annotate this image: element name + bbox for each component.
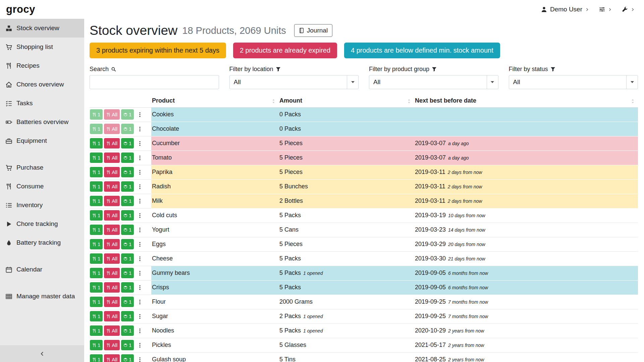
search-input[interactable] <box>90 75 219 89</box>
consume-one-button[interactable]: 1 <box>90 282 103 293</box>
sidebar-item-manage-master-data[interactable]: Manage master data <box>0 287 84 306</box>
consume-all-button[interactable]: All <box>104 124 120 134</box>
consume-one-button[interactable]: 1 <box>90 167 103 177</box>
row-menu-button[interactable] <box>137 285 143 290</box>
sidebar-item-consume[interactable]: Consume <box>0 177 84 196</box>
consume-one-button[interactable]: 1 <box>90 297 103 307</box>
row-menu-button[interactable] <box>137 112 143 117</box>
consume-all-button[interactable]: All <box>104 297 120 307</box>
sort-icon[interactable] <box>407 99 412 104</box>
consume-one-button[interactable]: 1 <box>90 340 103 350</box>
consume-one-button[interactable]: 1 <box>90 181 103 192</box>
open-one-button[interactable]: 1 <box>121 282 134 293</box>
product-group-filter-select[interactable]: All <box>369 75 498 89</box>
open-one-button[interactable]: 1 <box>121 268 134 278</box>
row-menu-button[interactable] <box>137 184 143 189</box>
sidebar-collapse-button[interactable] <box>0 345 84 362</box>
consume-all-button[interactable]: All <box>104 325 120 336</box>
sidebar-item-batteries-overview[interactable]: Batteries overview <box>0 113 84 131</box>
consume-all-button[interactable]: All <box>104 282 120 293</box>
sidebar-item-chores-overview[interactable]: Chores overview <box>0 75 84 94</box>
sidebar-item-equipment[interactable]: Equipment <box>0 131 84 150</box>
sidebar-item-calendar[interactable]: Calendar <box>0 260 84 279</box>
sidebar-item-recipes[interactable]: Recipes <box>0 56 84 75</box>
below-min-stock-alert[interactable]: 4 products are below defined min. stock … <box>344 43 500 58</box>
consume-all-button[interactable]: All <box>104 196 120 206</box>
consume-one-button[interactable]: 1 <box>90 354 103 362</box>
row-menu-button[interactable] <box>137 357 143 362</box>
consume-one-button[interactable]: 1 <box>90 325 103 336</box>
row-menu-button[interactable] <box>137 141 143 146</box>
consume-all-button[interactable]: All <box>104 311 120 321</box>
open-one-button[interactable]: 1 <box>121 138 134 148</box>
row-menu-button[interactable] <box>137 126 143 132</box>
row-menu-button[interactable] <box>137 343 143 348</box>
settings-menu[interactable] <box>599 6 612 12</box>
consume-one-button[interactable]: 1 <box>90 225 103 235</box>
consume-one-button[interactable]: 1 <box>90 124 103 134</box>
open-one-button[interactable]: 1 <box>121 340 134 350</box>
open-one-button[interactable]: 1 <box>121 225 134 235</box>
open-one-button[interactable]: 1 <box>121 109 134 120</box>
consume-all-button[interactable]: All <box>104 340 120 350</box>
sidebar-item-tasks[interactable]: Tasks <box>0 94 84 113</box>
row-menu-button[interactable] <box>137 170 143 175</box>
date-column-header[interactable]: Next best before date <box>414 95 638 108</box>
row-menu-button[interactable] <box>137 242 143 247</box>
consume-one-button[interactable]: 1 <box>90 138 103 148</box>
consume-all-button[interactable]: All <box>104 181 120 192</box>
product-column-header[interactable]: Product <box>151 95 279 108</box>
sidebar-item-shopping-list[interactable]: Shopping list <box>0 38 84 56</box>
open-one-button[interactable]: 1 <box>121 311 134 321</box>
row-menu-button[interactable] <box>137 328 143 334</box>
row-menu-button[interactable] <box>137 155 143 161</box>
open-one-button[interactable]: 1 <box>121 124 134 134</box>
row-menu-button[interactable] <box>137 256 143 261</box>
app-logo[interactable]: grocy <box>6 3 35 15</box>
consume-one-button[interactable]: 1 <box>90 268 103 278</box>
sort-icon[interactable] <box>630 99 635 104</box>
row-menu-button[interactable] <box>137 299 143 305</box>
sort-icon[interactable] <box>271 99 276 104</box>
open-one-button[interactable]: 1 <box>121 153 134 163</box>
expiring-alert[interactable]: 3 products expiring within the next 5 da… <box>90 43 226 58</box>
consume-all-button[interactable]: All <box>104 138 120 148</box>
row-menu-button[interactable] <box>137 213 143 218</box>
consume-all-button[interactable]: All <box>104 153 120 163</box>
consume-all-button[interactable]: All <box>104 109 120 120</box>
sidebar-item-battery-tracking[interactable]: Battery tracking <box>0 233 84 252</box>
tools-menu[interactable] <box>622 6 635 12</box>
open-one-button[interactable]: 1 <box>121 253 134 264</box>
consume-one-button[interactable]: 1 <box>90 109 103 120</box>
open-one-button[interactable]: 1 <box>121 354 134 362</box>
sidebar-item-purchase[interactable]: Purchase <box>0 158 84 177</box>
consume-all-button[interactable]: All <box>104 354 120 362</box>
row-menu-button[interactable] <box>137 270 143 276</box>
consume-all-button[interactable]: All <box>104 253 120 264</box>
consume-one-button[interactable]: 1 <box>90 153 103 163</box>
consume-one-button[interactable]: 1 <box>90 196 103 206</box>
sidebar-item-inventory[interactable]: Inventory <box>0 196 84 215</box>
consume-all-button[interactable]: All <box>104 268 120 278</box>
consume-all-button[interactable]: All <box>104 225 120 235</box>
consume-one-button[interactable]: 1 <box>90 253 103 264</box>
open-one-button[interactable]: 1 <box>121 325 134 336</box>
sidebar-item-chore-tracking[interactable]: Chore tracking <box>0 215 84 233</box>
row-menu-button[interactable] <box>137 314 143 319</box>
open-one-button[interactable]: 1 <box>121 210 134 221</box>
open-one-button[interactable]: 1 <box>121 167 134 177</box>
row-menu-button[interactable] <box>137 227 143 233</box>
consume-all-button[interactable]: All <box>104 210 120 221</box>
consume-one-button[interactable]: 1 <box>90 239 103 249</box>
consume-one-button[interactable]: 1 <box>90 210 103 221</box>
status-filter-select[interactable]: All <box>509 75 638 89</box>
journal-button[interactable]: Journal <box>294 24 332 37</box>
amount-column-header[interactable]: Amount <box>279 95 414 108</box>
row-menu-button[interactable] <box>137 198 143 204</box>
sidebar-item-stock-overview[interactable]: Stock overview <box>0 19 84 38</box>
expired-alert[interactable]: 2 products are already expired <box>233 43 337 58</box>
open-one-button[interactable]: 1 <box>121 196 134 206</box>
location-filter-select[interactable]: All <box>229 75 359 89</box>
consume-all-button[interactable]: All <box>104 239 120 249</box>
user-menu[interactable]: Demo User <box>541 6 589 13</box>
